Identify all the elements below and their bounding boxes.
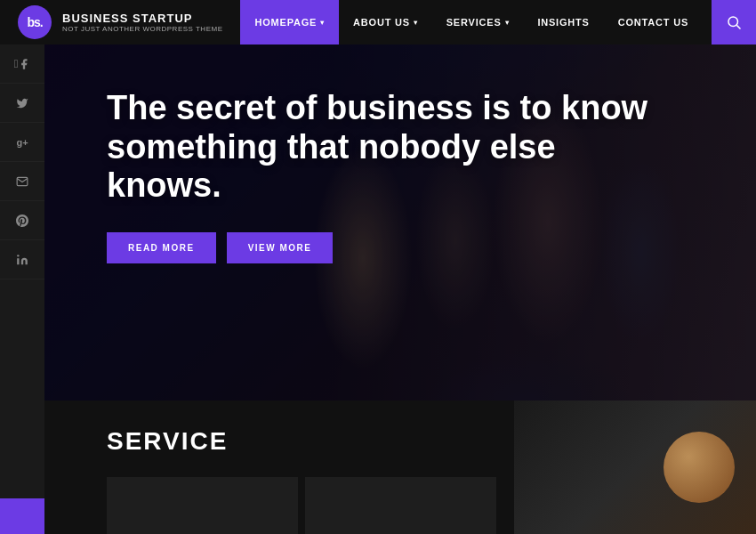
main-nav: HOMEPAGE ▾ ABOUT US ▾ SERVICES ▾ INSIGHT… — [240, 0, 756, 44]
hero-section: The secret of business is to know someth… — [44, 44, 756, 400]
social-pinterest[interactable] — [0, 201, 44, 240]
logo-subtitle: NOT JUST ANOTHER WORDPRESS THEME — [62, 25, 222, 33]
purple-accent — [0, 498, 44, 534]
hero-buttons: READ MORE VIEW MORE — [107, 232, 738, 263]
service-card-2 — [305, 477, 496, 534]
search-icon — [726, 14, 742, 30]
service-section: SERVICE — [44, 400, 514, 534]
chevron-down-icon: ▾ — [320, 19, 325, 27]
read-more-button[interactable]: READ MORE — [107, 232, 216, 263]
social-linkedin[interactable] — [0, 240, 44, 279]
nav-item-insights[interactable]: INSIGHTS — [523, 0, 603, 44]
nav-label-about: ABOUT US — [353, 17, 410, 28]
logo-icon: bs. — [18, 5, 52, 39]
decorative-orb — [664, 432, 735, 503]
service-title: SERVICE — [107, 427, 496, 456]
social-facebook[interactable]:  — [0, 44, 44, 84]
google-plus-icon: g+ — [16, 137, 28, 148]
right-panel — [514, 400, 756, 534]
main-area: The secret of business is to know someth… — [44, 44, 756, 534]
linkedin-icon — [16, 254, 28, 266]
pinterest-icon — [16, 214, 28, 227]
logo-icon-text: bs. — [27, 15, 42, 29]
chevron-down-icon: ▾ — [414, 19, 418, 27]
svg-point-2 — [17, 255, 19, 256]
social-google-plus[interactable]: g+ — [0, 123, 44, 162]
header: bs. BUSINESS STARTUP NOT JUST ANOTHER WO… — [0, 0, 756, 44]
logo: bs. BUSINESS STARTUP NOT JUST ANOTHER WO… — [0, 5, 240, 39]
nav-item-about[interactable]: ABOUT US ▾ — [339, 0, 432, 44]
nav-label-insights: INSIGHTS — [537, 17, 589, 28]
nav-label-homepage: HOMEPAGE — [254, 17, 317, 28]
svg-point-0 — [728, 17, 738, 27]
logo-text: BUSINESS STARTUP NOT JUST ANOTHER WORDPR… — [62, 12, 222, 34]
service-cards — [107, 477, 496, 534]
view-more-button[interactable]: VIEW MORE — [227, 232, 334, 263]
page: bs. BUSINESS STARTUP NOT JUST ANOTHER WO… — [0, 0, 756, 534]
nav-label-services: SERVICES — [446, 17, 502, 28]
email-icon — [16, 175, 28, 188]
service-card-1 — [107, 477, 298, 534]
search-button[interactable] — [712, 0, 756, 44]
twitter-icon — [16, 97, 28, 109]
nav-item-contact[interactable]: CONTACT US — [604, 0, 703, 44]
social-sidebar:  g+ — [0, 44, 44, 525]
nav-item-homepage[interactable]: HOMEPAGE ▾ — [240, 0, 339, 44]
facebook-icon — [18, 58, 30, 70]
chevron-down-icon: ▾ — [505, 19, 510, 27]
hero-content: The secret of business is to know someth… — [44, 44, 756, 290]
social-email[interactable] — [0, 162, 44, 201]
logo-title: BUSINESS STARTUP — [62, 12, 222, 26]
bottom-section: SERVICE — [44, 400, 756, 534]
hero-quote: The secret of business is to know someth… — [107, 89, 658, 206]
nav-item-services[interactable]: SERVICES ▾ — [432, 0, 524, 44]
social-twitter[interactable] — [0, 84, 44, 123]
svg-line-1 — [736, 25, 740, 28]
nav-label-contact: CONTACT US — [618, 17, 688, 28]
